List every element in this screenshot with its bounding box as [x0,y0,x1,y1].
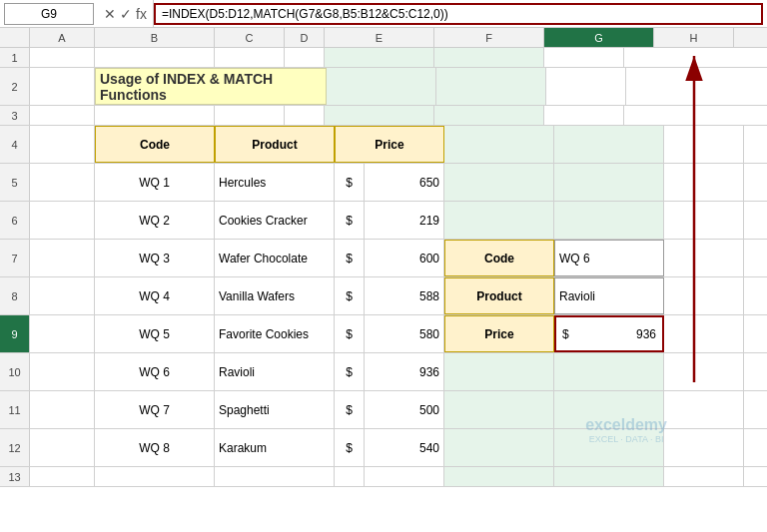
cell-g1[interactable] [434,48,544,67]
cell-b7[interactable] [30,240,95,276]
formula-input[interactable] [154,3,763,25]
cell-b10[interactable] [30,353,95,390]
cell-g6[interactable] [554,202,664,239]
cell-c1[interactable] [95,48,215,67]
lookup-code-value[interactable]: WQ 6 [554,240,664,276]
cell-h12[interactable] [664,429,744,466]
cell-g11[interactable] [554,391,664,428]
cell-h10[interactable] [664,353,744,390]
cell-code-10[interactable]: WQ 6 [95,353,215,390]
cell-h6[interactable] [664,202,744,239]
cell-price-8[interactable]: 588 [365,277,444,314]
cell-code-11[interactable]: WQ 7 [95,391,215,428]
confirm-icon[interactable]: ✓ [120,6,132,22]
cell-b8[interactable] [30,277,95,314]
cell-curr-11[interactable]: $ [335,391,365,428]
cell-product-6[interactable]: Cookies Cracker [215,202,335,239]
cell-f11[interactable] [444,391,554,428]
cell-price-12[interactable]: 540 [365,429,444,466]
cell-e3[interactable] [285,106,325,125]
cell-price-9[interactable]: 580 [365,315,444,352]
cell-code-6[interactable]: WQ 2 [95,202,215,239]
cell-g5[interactable] [554,164,664,201]
cell-d3[interactable] [215,106,285,125]
cell-f1[interactable] [325,48,434,67]
cell-h11[interactable] [664,391,744,428]
cell-f12[interactable] [444,429,554,466]
cell-h5[interactable] [664,164,744,201]
cell-g12[interactable] [554,429,664,466]
cell-d13[interactable] [215,467,335,486]
cell-e13[interactable] [335,467,365,486]
cell-product-9[interactable]: Favorite Cookies [215,315,335,352]
cell-b1[interactable] [30,48,95,67]
cell-b6[interactable] [30,202,95,239]
cell-b3[interactable] [30,106,95,125]
cell-d1[interactable] [215,48,285,67]
cell-b12[interactable] [30,429,95,466]
col-header-b[interactable]: B [95,28,215,47]
cell-g10[interactable] [554,353,664,390]
col-header-a[interactable]: A [30,28,95,47]
cell-h9[interactable] [664,315,744,352]
cell-code-5[interactable]: WQ 1 [95,164,215,201]
cell-product-10[interactable]: Ravioli [215,353,335,390]
col-header-e[interactable]: E [325,28,434,47]
lookup-product-value[interactable]: Ravioli [554,277,664,314]
cell-price-10[interactable]: 936 [365,353,444,390]
cell-curr-5[interactable]: $ [335,164,365,201]
cell-b11[interactable] [30,391,95,428]
cell-b9[interactable] [30,315,95,352]
cell-curr-12[interactable]: $ [335,429,365,466]
cell-product-12[interactable]: Karakum [215,429,335,466]
cell-price-5[interactable]: 650 [365,164,444,201]
cell-product-7[interactable]: Wafer Chocolate [215,240,335,276]
cell-f4[interactable] [444,126,554,163]
cell-code-7[interactable]: WQ 3 [95,240,215,276]
col-header-h[interactable]: H [654,28,734,47]
cell-e1[interactable] [285,48,325,67]
fx-icon[interactable]: fx [136,6,147,22]
cell-f10[interactable] [444,353,554,390]
cell-reference[interactable]: G9 [4,3,94,25]
cell-f13[interactable] [365,467,444,486]
col-header-g[interactable]: G [544,28,654,47]
cell-price-6[interactable]: 219 [365,202,444,239]
col-header-f[interactable]: F [434,28,544,47]
cell-curr-10[interactable]: $ [335,353,365,390]
cell-price-7[interactable]: 600 [365,240,444,276]
cell-c13[interactable] [95,467,215,486]
cell-code-8[interactable]: WQ 4 [95,277,215,314]
cell-code-12[interactable]: WQ 8 [95,429,215,466]
cell-f3[interactable] [325,106,434,125]
cell-g2[interactable] [436,68,546,105]
cell-b13[interactable] [30,467,95,486]
cell-c3[interactable] [95,106,215,125]
cell-product-8[interactable]: Vanilla Wafers [215,277,335,314]
cell-b5[interactable] [30,164,95,201]
cell-product-5[interactable]: Hercules [215,164,335,201]
cell-curr-6[interactable]: $ [335,202,365,239]
cell-f6[interactable] [444,202,554,239]
cell-curr-8[interactable]: $ [335,277,365,314]
cell-f5[interactable] [444,164,554,201]
cell-g13[interactable] [444,467,554,486]
cell-b4[interactable] [30,126,95,163]
lookup-price-value[interactable]: $ 936 [554,315,664,352]
cell-g4[interactable] [554,126,664,163]
cell-curr-9[interactable]: $ [335,315,365,352]
col-header-c[interactable]: C [215,28,285,47]
cell-f2[interactable] [327,68,436,105]
cell-b2[interactable] [30,68,95,105]
cancel-icon[interactable]: ✕ [104,6,116,22]
cell-h3[interactable] [544,106,624,125]
cell-h8[interactable] [664,277,744,314]
cell-i13[interactable] [664,467,744,486]
cell-h2[interactable] [546,68,626,105]
col-header-d[interactable]: D [285,28,325,47]
cell-h1[interactable] [544,48,624,67]
cell-product-11[interactable]: Spaghetti [215,391,335,428]
cell-price-11[interactable]: 500 [365,391,444,428]
cell-g3[interactable] [434,106,544,125]
cell-h7[interactable] [664,240,744,276]
